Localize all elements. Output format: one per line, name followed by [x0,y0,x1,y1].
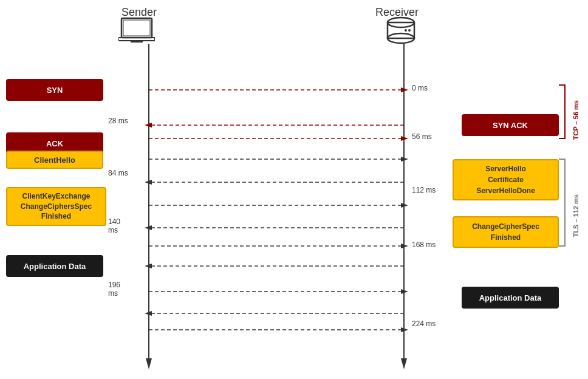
time-224ms: 224 ms [412,319,436,328]
time-112ms: 112 ms [412,186,436,194]
svg-marker-32 [401,289,408,294]
tls-brace-label: TLS – 112 ms [564,179,588,252]
sequence-diagram: Sender Receiver [0,0,588,379]
server-hello-box: ServerHelloCertificateServerHelloDone [453,159,559,200]
svg-marker-10 [146,358,152,369]
svg-marker-34 [145,311,152,316]
svg-marker-26 [145,225,152,230]
time-84ms: 84 ms [108,169,128,177]
syn-ack-box: SYN ACK [462,114,559,136]
svg-point-8 [408,29,411,32]
svg-marker-22 [145,180,152,185]
time-28ms: 28 ms [108,117,128,125]
svg-point-7 [405,29,407,32]
syn-box: SYN [6,79,103,101]
svg-marker-24 [401,203,408,208]
svg-marker-30 [145,264,152,268]
svg-marker-36 [401,327,408,332]
app-data-right-box: Application Data [462,287,559,309]
client-key-exchange-box: ClientKeyExchangeChangeCiphersSpecFinish… [6,187,106,226]
time-140ms: 140ms [108,217,120,235]
tcp-brace-label: TCP – 56 ms [564,98,588,142]
change-cipher-box: ChangeCipherSpecFinished [453,216,559,248]
time-168ms: 168 ms [412,241,436,249]
time-0ms: 0 ms [412,84,428,92]
time-196ms: 196ms [108,281,120,298]
receiver-device-icon [383,15,419,54]
svg-rect-3 [131,41,143,43]
svg-marker-28 [401,244,408,248]
svg-marker-14 [401,87,408,92]
svg-rect-0 [121,18,152,38]
client-hello-box: ClientHello [6,151,103,169]
svg-marker-18 [401,136,408,141]
app-data-left-box: Application Data [6,255,103,277]
svg-marker-16 [145,123,152,128]
sender-device-icon [118,15,155,48]
svg-marker-20 [401,157,408,162]
svg-rect-1 [123,20,150,36]
svg-marker-12 [401,358,407,369]
time-56ms: 56 ms [412,132,432,141]
svg-rect-2 [118,38,155,41]
